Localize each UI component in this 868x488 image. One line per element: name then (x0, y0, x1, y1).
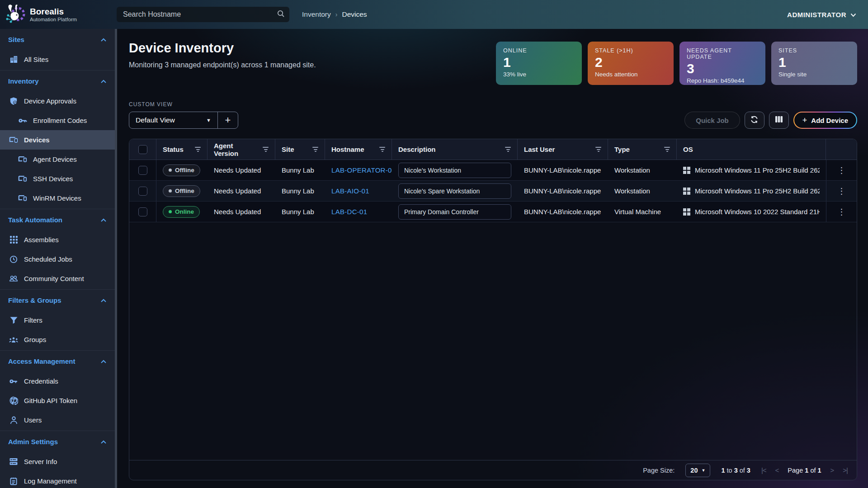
user-menu[interactable]: ADMINISTRATOR (787, 11, 856, 19)
caret-down-icon: ▼ (701, 468, 705, 473)
prev-page-button[interactable]: < (775, 466, 779, 474)
sidebar-section-inventory: Inventory Device Approvals Enrollment Co… (0, 70, 115, 209)
add-device-button[interactable]: + Add Device (793, 112, 857, 129)
windows-icon (683, 208, 690, 216)
quick-job-button[interactable]: Quick Job (684, 112, 740, 129)
sidebar-section-admin-settings-header[interactable]: Admin Settings (0, 431, 115, 452)
sidebar-item-ssh-devices[interactable]: SSH Devices (0, 169, 115, 188)
filter-icon[interactable] (505, 147, 511, 152)
sidebar-section-task-automation: Task Automation Assemblies Scheduled Job… (0, 209, 115, 290)
column-header-last-user[interactable]: Last User (518, 139, 608, 160)
hostname-link[interactable]: LAB-OPERATOR-01 (331, 166, 392, 174)
status-badge: Offline (163, 164, 200, 176)
filter-icon[interactable] (379, 147, 385, 152)
sidebar-item-assemblies[interactable]: Assemblies (0, 230, 115, 249)
row-menu-button[interactable]: ⋮ (838, 187, 846, 195)
column-header-os[interactable]: OS (677, 139, 826, 160)
sidebar-item-filters[interactable]: Filters (0, 310, 115, 330)
next-page-button[interactable]: > (830, 466, 834, 474)
sidebar-section-sites-header[interactable]: Sites (0, 29, 115, 50)
chevron-up-icon (100, 296, 107, 304)
sidebar-item-users[interactable]: Users (0, 410, 115, 430)
sidebar-item-scheduled-jobs[interactable]: Scheduled Jobs (0, 249, 115, 269)
sidebar-section-admin-settings: Admin Settings Server Info Log Managemen… (0, 431, 115, 488)
sidebar-item-label: Scheduled Jobs (24, 255, 72, 263)
column-header-type[interactable]: Type (608, 139, 677, 160)
search-input[interactable] (123, 10, 277, 19)
column-header-site[interactable]: Site (275, 139, 325, 160)
stat-card-stale: STALE (>1H) 2 Needs attention (588, 42, 674, 85)
refresh-button[interactable] (745, 112, 764, 129)
sidebar-item-credentials[interactable]: Credentials (0, 371, 115, 391)
main-content: Device Inventory Monitoring 3 managed en… (117, 29, 868, 488)
row-menu-button[interactable]: ⋮ (838, 208, 846, 216)
sidebar-section-inventory-header[interactable]: Inventory (0, 70, 115, 91)
agent-version-cell: Needs Updated (208, 208, 275, 216)
sidebar-item-agent-devices[interactable]: Agent Devices (0, 150, 115, 169)
row-checkbox[interactable] (138, 207, 147, 216)
sidebar-item-log-management[interactable]: Log Management (0, 471, 115, 488)
device-table: Status Agent Version Site Hostname Descr… (129, 139, 857, 480)
view-select-value: Default View (136, 116, 175, 124)
page-size-select[interactable]: 20 ▼ (685, 464, 710, 477)
first-page-button[interactable]: |< (761, 466, 766, 474)
sidebar-item-label: Devices (24, 136, 50, 144)
sidebar-item-all-sites[interactable]: All Sites (0, 50, 115, 69)
filter-icon[interactable] (312, 147, 318, 152)
column-header-description[interactable]: Description (392, 139, 518, 160)
sidebar-section-filters-groups: Filters & Groups Filters Groups (0, 290, 115, 351)
add-view-button[interactable]: + (218, 112, 238, 128)
sidebar-item-groups[interactable]: Groups (0, 330, 115, 349)
row-checkbox[interactable] (138, 166, 147, 175)
column-header-status[interactable]: Status (156, 139, 208, 160)
filter-icon[interactable] (263, 147, 269, 152)
sidebar-item-label: Enrollment Codes (33, 117, 87, 124)
sidebar-item-winrm-devices[interactable]: WinRM Devices (0, 188, 115, 208)
columns-button[interactable] (769, 112, 789, 129)
site-cell: Bunny Lab (275, 208, 325, 216)
row-menu-button[interactable]: ⋮ (838, 166, 846, 174)
filter-icon[interactable] (195, 147, 201, 152)
select-all-checkbox[interactable] (138, 145, 147, 154)
hostname-search[interactable] (117, 7, 289, 22)
row-checkbox[interactable] (138, 187, 147, 196)
sidebar-item-github-api-token[interactable]: GitHub API Token (0, 391, 115, 410)
last-page-button[interactable]: >| (843, 466, 848, 474)
sidebar-section-task-automation-header[interactable]: Task Automation (0, 209, 115, 230)
column-label: OS (683, 145, 693, 153)
description-input[interactable] (398, 204, 511, 220)
stat-sub: Single site (778, 71, 850, 78)
sidebar-item-device-approvals[interactable]: Device Approvals (0, 91, 115, 111)
sidebar-item-community-content[interactable]: Community Content (0, 269, 115, 288)
hostname-link[interactable]: LAB-AIO-01 (331, 187, 369, 195)
sidebar-item-server-info[interactable]: Server Info (0, 452, 115, 471)
sidebar-section-filters-groups-header[interactable]: Filters & Groups (0, 290, 115, 310)
stat-card-needs-agent-update: NEEDS AGENT UPDATE 3 Repo Hash: b459e44 (679, 42, 765, 85)
column-header-hostname[interactable]: Hostname (325, 139, 392, 160)
agent-version-cell: Needs Updated (208, 187, 275, 195)
column-label: Hostname (331, 145, 364, 153)
column-header-actions (826, 139, 857, 160)
sidebar-item-enrollment-codes[interactable]: Enrollment Codes (0, 111, 115, 130)
hostname-link[interactable]: LAB-DC-01 (331, 208, 367, 216)
filter-icon[interactable] (664, 147, 670, 152)
breadcrumb-inventory[interactable]: Inventory (302, 10, 331, 19)
page-subtitle: Monitoring 3 managed endpoint(s) across … (129, 61, 316, 69)
description-input[interactable] (398, 163, 511, 178)
os-cell: Microsoft Windows 11 Pro 25H2 Build 2620… (695, 166, 820, 174)
view-select[interactable]: Default View ▼ (129, 112, 218, 128)
devices-icon (18, 155, 27, 164)
filter-icon[interactable] (595, 147, 601, 152)
devices-icon (18, 194, 27, 203)
breadcrumb-devices[interactable]: Devices (342, 10, 367, 19)
groups-icon (9, 335, 18, 344)
sidebar-item-devices[interactable]: Devices (0, 130, 115, 150)
stat-cards: ONLINE 1 33% live STALE (>1H) 2 Needs at… (496, 42, 857, 85)
page-indicator: Page 1 of 1 (788, 467, 821, 474)
description-input[interactable] (398, 183, 511, 199)
sidebar-section-access-management-header[interactable]: Access Management (0, 351, 115, 371)
sidebar-item-label: Server Info (24, 458, 57, 465)
windows-icon (683, 167, 690, 174)
column-header-agent-version[interactable]: Agent Version (208, 139, 275, 160)
borealis-logo-icon (5, 3, 25, 26)
